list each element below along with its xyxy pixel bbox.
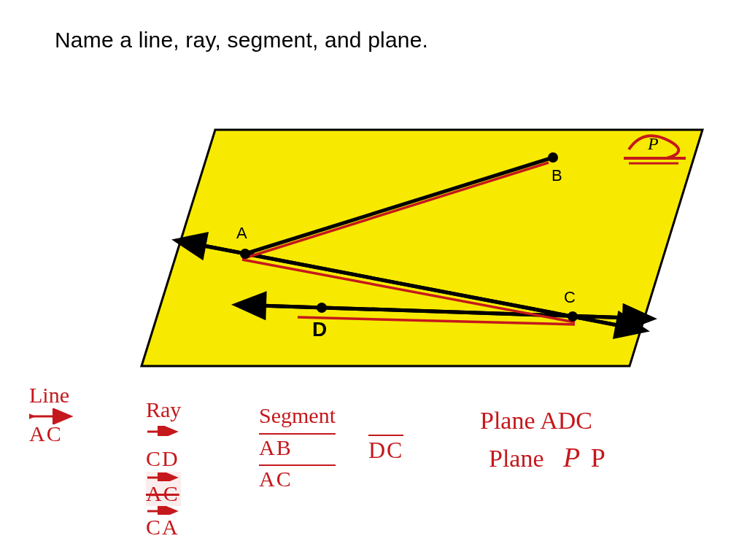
label-b: B (551, 166, 562, 185)
segment-item-ab: AB (259, 433, 336, 461)
label-p: P (648, 134, 659, 154)
answer-plane-p: Plane P P (489, 442, 605, 474)
segment-label: Segment (259, 403, 336, 429)
answer-segment: Segment AB AC (259, 403, 336, 492)
ray-label: Ray (146, 397, 181, 423)
line-item-ac: AC (29, 421, 73, 447)
answer-plane-adc: Plane ADC (480, 407, 592, 435)
plane-name-p: P (591, 443, 605, 472)
label-a: A (236, 224, 247, 243)
segment-item-dc: DC (368, 435, 403, 464)
ray-item-ac: AC (146, 472, 181, 507)
diagram-stage: A B C D P (0, 0, 747, 560)
label-d: D (312, 318, 327, 341)
ray-item-cd: CD (146, 446, 181, 472)
line-label: Line (29, 383, 73, 408)
ray-item-ca: CA (146, 515, 181, 540)
answer-line: Line AC (29, 383, 73, 446)
label-c: C (564, 288, 576, 307)
point-labels: A B C D P (0, 0, 747, 560)
segment-item-ac: AC (259, 464, 336, 492)
answer-ray: Ray CD AC CA (146, 397, 181, 540)
